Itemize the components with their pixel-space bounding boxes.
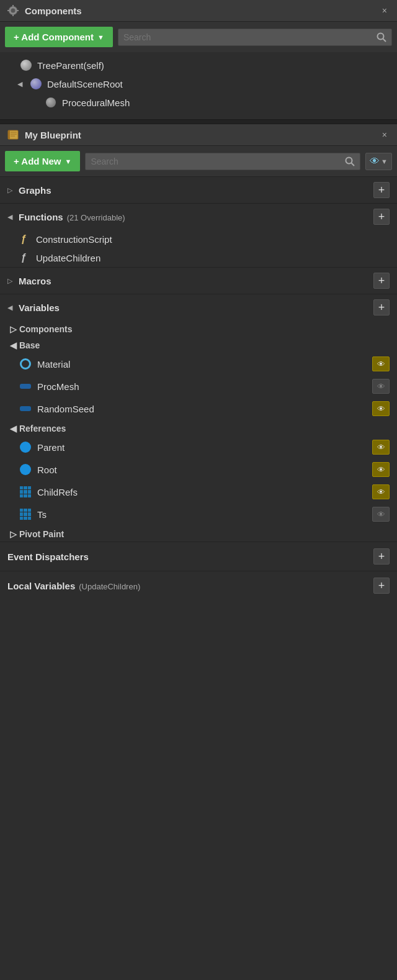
proc-mesh-icon — [45, 96, 57, 109]
sceneroot-label: DefaultSceneRoot — [47, 79, 123, 89]
event-dispatchers-add-button[interactable]: + — [373, 548, 390, 565]
parent-eye-icon: 👁 — [377, 443, 385, 452]
var-group-references: ◀ References — [0, 420, 397, 436]
childrefs-eye-icon: 👁 — [377, 488, 385, 497]
variables-add-button[interactable]: + — [373, 299, 390, 315]
event-dispatchers-title: Event Dispatchers — [7, 551, 373, 562]
functions-section-header[interactable]: ◀ Functions(21 Overridable) + — [0, 203, 397, 230]
variables-section-title: Variables — [19, 302, 373, 313]
svg-point-6 — [378, 33, 384, 39]
material-type-icon — [20, 358, 31, 370]
blueprint-panel: My Blueprint × + Add New ▼ 👁 ▼ ▷ Graphs … — [0, 124, 397, 600]
svg-rect-4 — [7, 10, 9, 11]
components-search-box[interactable] — [118, 29, 392, 46]
procmesh-label: ProceduralMesh — [62, 98, 130, 108]
functions-expand-icon: ◀ — [7, 213, 16, 221]
add-new-chevron: ▼ — [65, 158, 72, 165]
blueprint-search-icon — [345, 157, 355, 166]
var-item-childrefs[interactable]: ChildRefs 👁 — [0, 481, 397, 503]
book-icon — [6, 128, 20, 142]
add-new-button[interactable]: + Add New ▼ — [5, 151, 80, 171]
randomseed-type-icon — [20, 406, 31, 411]
components-panel-title: Components — [25, 6, 373, 16]
search-icon — [377, 32, 386, 42]
func-item-updatechildren[interactable]: ƒ UpdateChildren — [0, 248, 397, 267]
var-group-components: ▷ Components — [0, 320, 397, 337]
ts-type-icon — [20, 509, 31, 520]
add-component-button[interactable]: + Add Component ▼ — [5, 27, 113, 47]
eye-icon: 👁 — [370, 156, 380, 167]
blueprint-close-button[interactable]: × — [378, 129, 391, 141]
event-dispatchers-section[interactable]: Event Dispatchers + — [0, 542, 397, 571]
svg-rect-9 — [8, 130, 10, 139]
local-variables-add-button[interactable]: + — [373, 578, 390, 594]
var-item-root[interactable]: Root 👁 — [0, 458, 397, 481]
graphs-section-title: Graphs — [19, 185, 373, 196]
construction-script-icon: ƒ — [17, 234, 30, 245]
procmesh-label: ProcMesh — [37, 381, 366, 392]
scene-root-icon — [30, 78, 42, 90]
local-variables-section[interactable]: Local Variables(UpdateChildren) + — [0, 571, 397, 600]
svg-line-14 — [352, 163, 355, 166]
procmesh-visibility-toggle[interactable]: 👁 — [372, 379, 390, 394]
add-component-label: + Add Component — [14, 32, 94, 42]
var-item-randomseed[interactable]: RandomSeed 👁 — [0, 397, 397, 420]
local-variables-title: Local Variables(UpdateChildren) — [7, 581, 373, 591]
ts-label: Ts — [37, 509, 366, 520]
local-variables-subtitle: (UpdateChildren) — [79, 582, 140, 591]
var-item-parent[interactable]: Parent 👁 — [0, 436, 397, 458]
procmesh-type-icon — [20, 384, 31, 389]
childrefs-label: ChildRefs — [37, 487, 366, 497]
expand-arrow-sceneroot: ◀ — [17, 80, 25, 88]
material-visibility-toggle[interactable]: 👁 — [372, 356, 390, 371]
blueprint-search-box[interactable] — [85, 153, 360, 170]
tree-item-defaultsceneroot[interactable]: ◀ DefaultSceneRoot — [0, 75, 397, 93]
tree-item-proceduralmesh[interactable]: ProceduralMesh — [0, 93, 397, 112]
components-panel: Components × + Add Component ▼ TreeParen… — [0, 0, 397, 119]
var-group-base: ◀ Base — [0, 337, 397, 353]
functions-add-button[interactable]: + — [373, 209, 390, 225]
blueprint-panel-header: My Blueprint × — [0, 124, 397, 146]
graphs-add-button[interactable]: + — [373, 182, 390, 198]
visibility-dropdown[interactable]: 👁 ▼ — [365, 153, 392, 170]
randomseed-eye-icon: 👁 — [377, 404, 385, 414]
ts-visibility-toggle[interactable]: 👁 — [372, 507, 390, 522]
svg-rect-2 — [12, 5, 14, 7]
components-close-button[interactable]: × — [378, 4, 391, 17]
childrefs-visibility-toggle[interactable]: 👁 — [372, 484, 390, 499]
graphs-section-header[interactable]: ▷ Graphs + — [0, 176, 397, 203]
parent-visibility-toggle[interactable]: 👁 — [372, 440, 390, 455]
macros-section-title: Macros — [19, 276, 373, 286]
svg-line-7 — [383, 39, 386, 42]
ts-eye-icon: 👁 — [377, 510, 385, 519]
components-toolbar: + Add Component ▼ — [0, 22, 397, 52]
tree-item-treeparent[interactable]: TreeParent(self) — [0, 56, 397, 75]
parent-label: Parent — [37, 442, 366, 453]
macros-add-button[interactable]: + — [373, 273, 390, 289]
svg-rect-3 — [12, 14, 14, 16]
material-label: Material — [37, 359, 366, 370]
components-search-input[interactable] — [123, 32, 373, 42]
variables-section-header[interactable]: ◀ Variables + — [0, 294, 397, 320]
svg-point-1 — [11, 9, 16, 13]
var-group-pivot-paint: ▷ Pivot Paint — [0, 525, 397, 542]
eye-chevron-icon: ▼ — [381, 158, 388, 165]
var-item-procmesh[interactable]: ProcMesh 👁 — [0, 375, 397, 397]
graphs-expand-icon: ▷ — [7, 186, 16, 194]
macros-expand-icon: ▷ — [7, 277, 16, 285]
randomseed-visibility-toggle[interactable]: 👁 — [372, 401, 390, 416]
add-new-label: + Add New — [14, 156, 61, 166]
panel-divider — [0, 119, 397, 124]
blueprint-search-input[interactable] — [91, 157, 341, 166]
macros-section-header[interactable]: ▷ Macros + — [0, 267, 397, 294]
func-item-constructionscript[interactable]: ƒ ConstructionScript — [0, 230, 397, 248]
procmesh-eye-icon: 👁 — [377, 382, 385, 391]
sphere-icon-treeparent — [20, 59, 32, 71]
randomseed-label: RandomSeed — [37, 404, 366, 414]
update-children-label: UpdateChildren — [36, 253, 100, 263]
root-visibility-toggle[interactable]: 👁 — [372, 462, 390, 477]
var-item-material[interactable]: Material 👁 — [0, 353, 397, 375]
var-item-ts[interactable]: Ts 👁 — [0, 503, 397, 525]
component-tree: TreeParent(self) ◀ DefaultSceneRoot Proc… — [0, 52, 397, 119]
gear-icon — [6, 4, 20, 17]
